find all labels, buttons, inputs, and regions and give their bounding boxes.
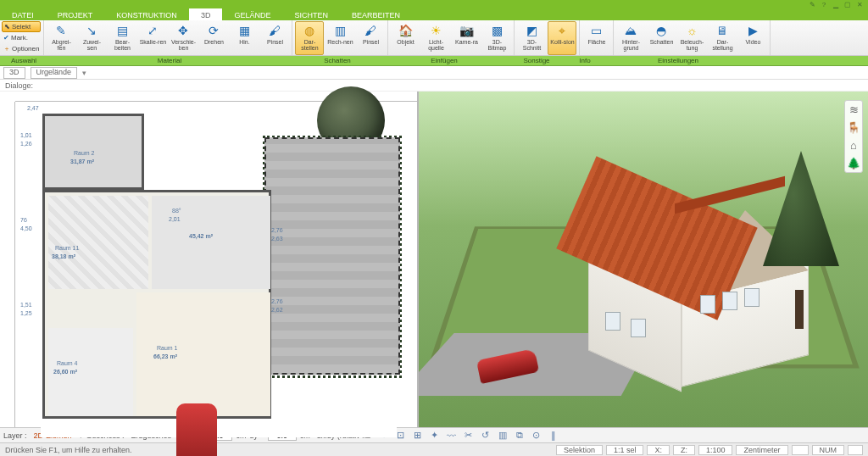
canvas-2d[interactable]: Raum 2 31,87 m² Raum 11 38,18 m² 45,42 m…	[15, 102, 417, 427]
room-garage: Raum 2 31,87 m²	[42, 114, 144, 190]
options-button[interactable]: ＋ Optionen	[2, 43, 41, 54]
schatten-label: Schatten	[650, 39, 674, 45]
mark-button[interactable]: ✔ Mark.	[2, 32, 41, 43]
surface-select[interactable]: Urgelände	[31, 67, 78, 79]
help-icon[interactable]: ?	[819, 1, 829, 8]
status-selection: Selektion	[556, 445, 603, 455]
bearbeiten-button[interactable]: ▤Bear-beiten	[108, 21, 136, 55]
dim-276a: 2,76	[271, 227, 283, 233]
darstellen-button[interactable]: ◍Dar-stellen	[295, 21, 324, 55]
ribbon-group-info: Info	[568, 56, 602, 65]
room4-area: 26,60 m²	[53, 369, 77, 375]
tree-3d	[763, 151, 839, 329]
floorplan: Raum 2 31,87 m² Raum 11 38,18 m² 45,42 m…	[41, 107, 397, 437]
bearbeiten-label: Bear-beiten	[108, 39, 136, 51]
tab-sichten[interactable]: SICHTEN	[282, 8, 340, 20]
video-icon: ▶	[745, 23, 760, 38]
tab-bearbeiten[interactable]: BEARBEITEN	[340, 8, 412, 20]
dim-76: 76	[20, 217, 27, 223]
tool-icon-4[interactable]: ✦	[428, 430, 442, 441]
flaeche-button[interactable]: ▭Fläche	[582, 21, 610, 55]
room4-name: Raum 4	[57, 360, 78, 366]
verschieben-button[interactable]: ✥Verschie-ben	[169, 21, 198, 55]
select-label: Selekt	[12, 23, 31, 31]
view-3d[interactable]: ≋ 🪑 ⌂ 🌲	[419, 92, 868, 427]
view3d-toolbar: ≋ 🪑 ⌂ 🌲	[844, 100, 863, 173]
tab-projekt[interactable]: PROJEKT	[46, 8, 105, 20]
status-bar: Drücken Sie F1, um Hilfe zu erhalten. Se…	[0, 442, 868, 456]
cursor-icon: ⬉	[4, 23, 10, 31]
pencil-icon[interactable]: ✎	[807, 1, 817, 8]
kollision-button[interactable]: ⌖Kolli-sion	[548, 21, 576, 55]
furniture-icon[interactable]: 🪑	[847, 121, 860, 134]
hin-icon: ▦	[236, 23, 252, 38]
tool-icon-9[interactable]: ⧉	[513, 430, 526, 441]
video-button[interactable]: ▶Video	[738, 21, 767, 55]
hin-button[interactable]: ▦Hin.	[230, 21, 259, 55]
layer-label: Layer :	[3, 431, 27, 440]
plus-icon: ＋	[3, 44, 10, 53]
dining-room	[152, 196, 270, 289]
lichtquelle-button[interactable]: ☀Licht-quelle	[421, 21, 450, 55]
tab-gelaende[interactable]: GELÄNDE	[222, 8, 282, 20]
camera-icon: 📷	[459, 23, 474, 38]
display-icon: 🖥	[715, 23, 730, 38]
view-2d[interactable]: Raum 2 31,87 m² Raum 11 38,18 m² 45,42 m…	[0, 92, 419, 427]
tool-icon-3[interactable]: ⊞	[411, 430, 425, 441]
dim-276b: 2,76	[271, 298, 283, 304]
status-scale-sel: 1:1 sel	[606, 445, 644, 455]
schnitt3d-label: 3D-Schnitt	[518, 39, 545, 51]
tab-konstruktion[interactable]: KONSTRUKTION	[104, 8, 189, 20]
layers-icon[interactable]: ≋	[849, 103, 859, 116]
edit-icon: ▤	[114, 23, 130, 38]
tool-icon-6[interactable]: ✂	[462, 430, 476, 441]
dim-201: 2,01	[169, 216, 181, 222]
background-icon: ⛰	[623, 23, 638, 38]
darstellung-button[interactable]: 🖥Dar-stellung	[708, 21, 737, 55]
main-split: Raum 2 31,87 m² Raum 11 38,18 m² 45,42 m…	[0, 92, 868, 427]
drehen-button[interactable]: ⟳Drehen	[199, 21, 228, 55]
pinsel-label: Pinsel	[267, 39, 283, 45]
skalieren-button[interactable]: ⤢Skalie-ren	[138, 21, 167, 55]
room11-name: Raum 11	[55, 245, 79, 251]
minimize-icon[interactable]: ▁	[831, 1, 841, 8]
tool-icon-7[interactable]: ↺	[479, 430, 492, 441]
tool-icon-10[interactable]: ⊙	[530, 430, 543, 441]
dim-262: 2,62	[271, 307, 283, 313]
objekt-button[interactable]: 🏠Objekt	[391, 21, 420, 55]
bitmap3d-label: 3D-Bitmap	[483, 39, 510, 51]
section-icon: ◩	[524, 23, 539, 38]
abgreifen-button[interactable]: ✎Abgrei-fen	[47, 21, 75, 55]
house-icon[interactable]: ⌂	[850, 139, 857, 152]
tree-icon[interactable]: 🌲	[847, 157, 860, 170]
pinsel2-button[interactable]: 🖌Pinsel	[356, 21, 385, 55]
hintergrund-button[interactable]: ⛰Hinter-grund	[616, 21, 645, 55]
dialoge-label: Dialoge:	[5, 81, 33, 90]
terrace	[264, 137, 400, 375]
tool-icon-5[interactable]: 〰	[445, 431, 459, 441]
mark-label: Mark.	[11, 34, 28, 42]
collision-icon: ⌖	[554, 23, 570, 38]
tab-datei[interactable]: DATEI	[0, 8, 46, 20]
hallway	[48, 196, 148, 289]
close-icon[interactable]: ✕	[854, 1, 865, 8]
ribbon-group-material: Material	[47, 56, 292, 65]
mode-select[interactable]: 3D	[3, 67, 25, 79]
tab-3d[interactable]: 3D	[189, 8, 223, 20]
darstellen-label: Dar-stellen	[296, 39, 323, 51]
rechnen-button[interactable]: ▥Rech-nen	[326, 21, 354, 55]
darstellung-label: Dar-stellung	[709, 39, 736, 51]
scale-icon: ⤢	[145, 23, 160, 38]
zuweisen-button[interactable]: ↘Zuwei-sen	[77, 21, 106, 55]
select-button[interactable]: ⬉ Selekt	[2, 21, 41, 32]
flaeche-label: Fläche	[587, 39, 605, 45]
maximize-icon[interactable]: ▢	[843, 1, 853, 8]
bitmap3d-button[interactable]: ▩3D-Bitmap	[482, 21, 511, 55]
kamera-button[interactable]: 📷Kame-ra	[452, 21, 481, 55]
beleuchtung-button[interactable]: ☼Beleuch-tung	[677, 21, 706, 55]
schnitt3d-button[interactable]: ◩3D-Schnitt	[517, 21, 546, 55]
schatten-button[interactable]: ◓Schatten	[647, 21, 676, 55]
tool-icon-11[interactable]: ‖	[547, 430, 560, 441]
pinsel-button[interactable]: 🖌Pinsel	[260, 21, 289, 55]
tool-icon-8[interactable]: ▥	[496, 430, 509, 441]
